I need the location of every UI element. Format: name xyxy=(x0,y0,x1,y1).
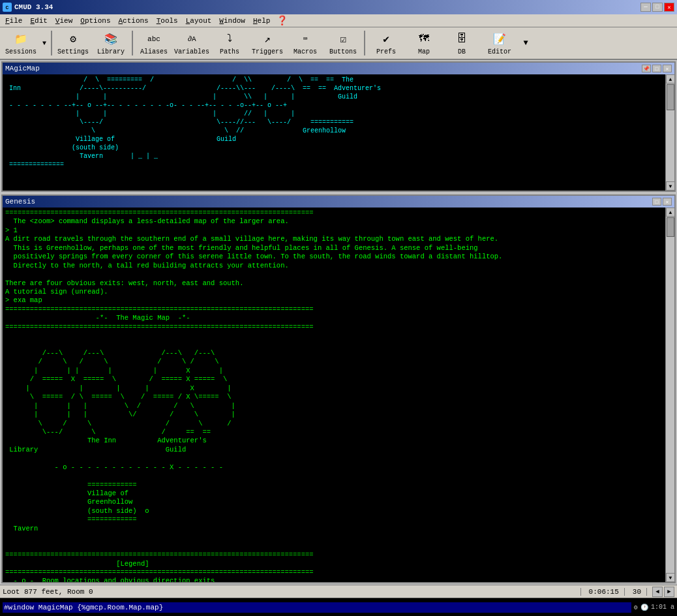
status-nav[interactable]: ◀ ▶ xyxy=(650,587,674,597)
paths-icon: ⤵ xyxy=(222,31,237,47)
genesis-content: ========================================… xyxy=(3,208,674,582)
map-window: MAgicMap 📌 □ ✕ / \ ========= / / \\ / \ … xyxy=(1,61,676,192)
map-scrollbar[interactable]: ▲ ▼ xyxy=(665,74,674,191)
map-pin-button[interactable]: 📌 xyxy=(642,65,651,72)
variables-icon: ∂A xyxy=(184,31,200,47)
toolbar-map[interactable]: 🗺 Map xyxy=(406,29,442,57)
buttons-icon: ☑ xyxy=(335,31,351,47)
map-icon: 🗺 xyxy=(416,31,432,47)
editor-label: Editor xyxy=(488,48,511,55)
toolbar-triggers[interactable]: ↗ Triggers xyxy=(249,29,286,57)
library-label: Library xyxy=(97,48,125,55)
sessions-arrow[interactable]: ▼ xyxy=(40,29,48,57)
map-label: Map xyxy=(418,48,430,55)
status-bar: Loot 877 feet, Room 0 0:06:15 30 ◀ ▶ xyxy=(0,585,677,598)
genesis-scroll-down[interactable]: ▼ xyxy=(666,573,675,582)
map-scroll-down[interactable]: ▼ xyxy=(666,181,675,191)
toolbar: 📁 Sessions ▼ ⚙ Settings 📚 Library abc Al… xyxy=(0,27,677,60)
map-close-button[interactable]: ✕ xyxy=(663,65,672,72)
maximize-button[interactable]: □ xyxy=(652,3,663,12)
triggers-label: Triggers xyxy=(252,48,283,55)
toolbar-buttons[interactable]: ☑ Buttons xyxy=(325,29,361,57)
db-icon: 🗄 xyxy=(454,31,470,47)
library-icon: 📚 xyxy=(103,31,119,47)
map-window-controls[interactable]: 📌 □ ✕ xyxy=(642,65,672,72)
menu-options[interactable]: Options xyxy=(76,16,114,25)
genesis-window-controls[interactable]: □ ✕ xyxy=(652,198,672,206)
editor-icon: 📝 xyxy=(492,31,507,47)
status-time: 0:06:15 xyxy=(584,588,625,596)
buttons-label: Buttons xyxy=(329,48,357,55)
map-restore-button[interactable]: □ xyxy=(652,65,661,72)
toolbar-sep-2 xyxy=(132,31,133,55)
toolbar-sessions[interactable]: 📁 Sessions xyxy=(3,29,39,57)
app-title: CMUD 3.34 xyxy=(14,3,53,11)
help-icon[interactable]: ❓ xyxy=(277,15,288,26)
genesis-window: Genesis □ ✕ ============================… xyxy=(1,194,676,583)
toolbar-macros[interactable]: ⌨ Macros xyxy=(287,29,323,57)
scroll-right-button[interactable]: ▶ xyxy=(664,587,674,597)
map-scroll-up[interactable]: ▲ xyxy=(666,74,675,84)
menu-view[interactable]: View xyxy=(52,16,76,25)
command-input[interactable] xyxy=(3,602,631,613)
genesis-close-button[interactable]: ✕ xyxy=(663,198,672,206)
clock-icon: 🕐 xyxy=(640,604,648,611)
aliases-label: Aliases xyxy=(140,48,168,55)
aliases-icon: abc xyxy=(146,31,162,47)
toolbar-editor[interactable]: 📝 Editor xyxy=(481,29,518,57)
genesis-restore-button[interactable]: □ xyxy=(652,198,661,206)
paths-label: Paths xyxy=(220,48,239,55)
toolbar-overflow[interactable]: ▼ xyxy=(519,29,532,57)
sessions-icon: 📁 xyxy=(13,31,29,47)
close-button[interactable]: ✕ xyxy=(664,3,674,12)
genesis-window-title: Genesis xyxy=(5,198,35,206)
map-scroll-thumb[interactable] xyxy=(667,84,674,110)
toolbar-library[interactable]: 📚 Library xyxy=(93,29,129,57)
app-icon: C xyxy=(3,3,12,12)
db-label: DB xyxy=(458,48,466,55)
toolbar-aliases[interactable]: abc Aliases xyxy=(136,29,172,57)
command-bar: ⚙ 🕐 1:01 a xyxy=(0,598,677,616)
toolbar-sep-3 xyxy=(364,31,365,55)
toolbar-settings[interactable]: ⚙ Settings xyxy=(55,29,91,57)
title-controls[interactable]: ─ □ ✕ xyxy=(640,3,674,12)
menu-edit[interactable]: Edit xyxy=(26,16,51,25)
genesis-scroll-thumb[interactable] xyxy=(667,217,674,237)
macros-icon: ⌨ xyxy=(297,31,313,47)
minimize-button[interactable]: ─ xyxy=(640,3,651,12)
toolbar-db[interactable]: 🗄 DB xyxy=(444,29,480,57)
settings-icon: ⚙ xyxy=(65,31,81,47)
prefs-icon: ✔ xyxy=(378,31,394,47)
genesis-scrollbar[interactable]: ▲ ▼ xyxy=(665,208,674,582)
toolbar-prefs[interactable]: ✔ Prefs xyxy=(368,29,404,57)
status-value: 30 xyxy=(627,588,647,596)
macros-label: Macros xyxy=(293,48,317,55)
title-bar-left: C CMUD 3.34 xyxy=(3,3,53,12)
menu-layout[interactable]: Layout xyxy=(182,16,216,25)
toolbar-paths[interactable]: ⤵ Paths xyxy=(211,29,248,57)
sessions-label: Sessions xyxy=(5,48,37,55)
toolbar-variables[interactable]: ∂A Variables xyxy=(173,29,210,57)
menu-window[interactable]: Window xyxy=(215,16,249,25)
status-location: Loot 877 feet, Room 0 xyxy=(3,588,581,596)
command-icons: ⚙ 🕐 1:01 a xyxy=(631,604,674,611)
toolbar-sep-1 xyxy=(51,31,52,55)
genesis-window-titlebar: Genesis □ ✕ xyxy=(3,196,674,208)
settings-label: Settings xyxy=(57,48,89,55)
map-window-title: MAgicMap xyxy=(5,65,40,72)
settings-status-icon: ⚙ xyxy=(634,604,638,611)
prefs-label: Prefs xyxy=(376,48,396,55)
scroll-left-button[interactable]: ◀ xyxy=(652,587,663,597)
map-window-titlebar: MAgicMap 📌 □ ✕ xyxy=(3,63,674,74)
triggers-icon: ↗ xyxy=(260,31,275,47)
genesis-scroll-up[interactable]: ▲ xyxy=(666,208,675,217)
menu-file[interactable]: File xyxy=(1,16,26,25)
map-content: / \ ========= / / \\ / \ == == The Inn /… xyxy=(3,74,674,191)
menu-actions[interactable]: Actions xyxy=(114,16,152,25)
menu-tools[interactable]: Tools xyxy=(153,16,182,25)
variables-label: Variables xyxy=(174,48,209,55)
menu-help[interactable]: Help xyxy=(249,16,274,25)
time-label: 1:01 a xyxy=(651,604,674,611)
title-bar: C CMUD 3.34 ─ □ ✕ xyxy=(0,0,677,14)
menu-bar: File Edit View Options Actions Tools Lay… xyxy=(0,14,677,27)
